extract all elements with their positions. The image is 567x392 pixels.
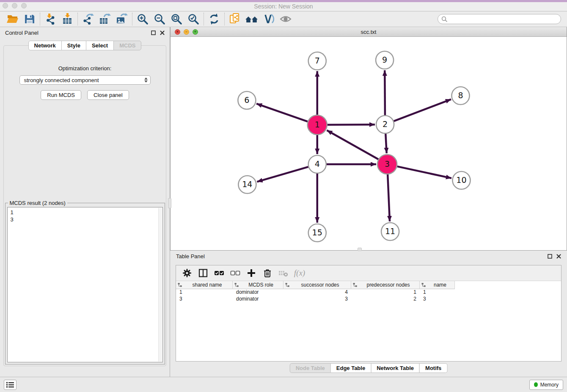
- tab-style[interactable]: Style: [61, 41, 86, 50]
- vizmapper-button[interactable]: [260, 12, 277, 26]
- column-header-MCDS-role[interactable]: MCDS role: [233, 281, 284, 289]
- table-cell[interactable]: 1: [420, 289, 455, 296]
- table-row[interactable]: 3dominator323: [176, 296, 561, 303]
- edge-1-2[interactable]: [328, 124, 375, 125]
- network-view-window: × − + scc.txt 7968124314101511: [170, 27, 567, 251]
- node-2[interactable]: 2: [376, 116, 394, 133]
- node-9[interactable]: 9: [376, 51, 394, 69]
- column-view-button[interactable]: [197, 267, 209, 279]
- tab-node-table[interactable]: Node Table: [290, 363, 331, 373]
- table-cell[interactable]: 3: [420, 296, 455, 303]
- edge-3-1[interactable]: [327, 130, 378, 159]
- search-box[interactable]: [438, 14, 561, 24]
- delete-column-button[interactable]: [261, 267, 273, 279]
- node-6[interactable]: 6: [238, 91, 256, 109]
- column-header-successor-nodes[interactable]: successor nodes: [284, 281, 351, 289]
- table-cell[interactable]: 1: [176, 289, 233, 296]
- network-from-selection-button[interactable]: [226, 12, 243, 26]
- log-console-button[interactable]: [4, 380, 17, 390]
- column-header-name[interactable]: name: [420, 281, 455, 289]
- function-builder-button[interactable]: f(x): [294, 267, 306, 279]
- node-3[interactable]: 3: [377, 155, 397, 174]
- table-cell[interactable]: 2: [351, 296, 420, 303]
- show-hide-button[interactable]: [277, 12, 294, 26]
- list-icon: [6, 382, 14, 388]
- table-cell[interactable]: dominator: [233, 289, 284, 296]
- edge-1-6[interactable]: [256, 104, 308, 121]
- node-11[interactable]: 11: [381, 223, 399, 240]
- export-table-button[interactable]: [96, 12, 113, 26]
- tab-network[interactable]: Network: [28, 41, 62, 50]
- svg-text:9: 9: [382, 55, 387, 65]
- zoom-selected-button[interactable]: [185, 12, 202, 26]
- float-panel-icon[interactable]: [548, 254, 552, 259]
- node-4[interactable]: 4: [308, 155, 326, 173]
- open-session-icon: [6, 13, 19, 25]
- network-window-titlebar[interactable]: × − + scc.txt: [171, 27, 567, 37]
- node-1[interactable]: 1: [308, 115, 327, 135]
- import-table-button[interactable]: [59, 12, 76, 26]
- node-8[interactable]: 8: [451, 87, 469, 105]
- search-input[interactable]: [450, 16, 557, 22]
- zoom-out-button[interactable]: [151, 12, 168, 26]
- node-14[interactable]: 14: [238, 176, 256, 193]
- import-network-button[interactable]: [42, 12, 59, 26]
- open-session-button[interactable]: [4, 12, 21, 26]
- delete-table-button[interactable]: [278, 267, 289, 279]
- close-panel-icon[interactable]: [556, 254, 561, 259]
- tab-select[interactable]: Select: [86, 41, 114, 50]
- network-maximize-button[interactable]: +: [193, 29, 198, 35]
- memory-button[interactable]: Memory: [529, 380, 563, 390]
- close-panel-icon[interactable]: [160, 30, 165, 35]
- column-header-predecessor-nodes[interactable]: predecessor nodes: [351, 281, 420, 289]
- column-header-shared-name[interactable]: shared name: [176, 281, 233, 289]
- network-canvas[interactable]: 7968124314101511: [171, 37, 567, 250]
- table-cell[interactable]: 4: [284, 289, 351, 296]
- select-all-button[interactable]: [213, 267, 225, 279]
- table-cell[interactable]: 1: [351, 289, 420, 296]
- add-column-button[interactable]: [245, 267, 257, 279]
- settings-gear-button[interactable]: [181, 267, 193, 279]
- tab-network-table[interactable]: Network Table: [371, 363, 420, 373]
- vertical-split-handle[interactable]: [168, 198, 171, 208]
- toolbar-separator: [77, 13, 78, 25]
- refresh-button[interactable]: [206, 12, 223, 26]
- table-cell[interactable]: dominator: [233, 296, 284, 303]
- zoom-fit-button[interactable]: [168, 12, 185, 26]
- zoom-in-button[interactable]: [134, 12, 151, 26]
- edge-2-8[interactable]: [394, 99, 451, 121]
- toolbar-separator: [132, 13, 132, 25]
- tab-motifs[interactable]: Motifs: [419, 363, 447, 373]
- export-network-button[interactable]: [80, 12, 96, 26]
- tab-mcds[interactable]: MCDS: [113, 41, 141, 50]
- node-10[interactable]: 10: [452, 171, 470, 189]
- edge-3-11[interactable]: [388, 174, 390, 221]
- sort-tree-icon: [178, 283, 182, 287]
- tab-edge-table[interactable]: Edge Table: [330, 363, 371, 373]
- run-mcds-button[interactable]: Run MCDS: [41, 90, 81, 100]
- edge-4-14[interactable]: [257, 167, 308, 182]
- node-15[interactable]: 15: [308, 224, 326, 242]
- horizontal-split-handle[interactable]: [358, 248, 362, 251]
- first-neighbors-button[interactable]: [243, 12, 260, 26]
- app-titlebar: Session: New Session: [0, 0, 567, 11]
- network-minimize-button[interactable]: −: [184, 29, 189, 35]
- deselect-all-button[interactable]: [229, 267, 241, 279]
- table-cell[interactable]: 3: [176, 296, 233, 303]
- edge-2-3[interactable]: [385, 134, 386, 153]
- result-scrollbar[interactable]: [158, 208, 162, 362]
- mcds-result-list[interactable]: 1 3: [7, 207, 163, 362]
- save-session-button[interactable]: [21, 12, 38, 26]
- table-cell[interactable]: 3: [284, 296, 351, 303]
- edge-2-9[interactable]: [385, 70, 385, 115]
- sort-tree-icon: [421, 283, 426, 287]
- table-row[interactable]: 1dominator411: [176, 289, 561, 296]
- float-panel-icon[interactable]: [151, 30, 156, 35]
- optimization-criterion-select[interactable]: strongly connected component: [19, 75, 151, 85]
- network-close-button[interactable]: ×: [175, 29, 180, 35]
- export-image-button[interactable]: [113, 12, 130, 26]
- node-7[interactable]: 7: [308, 52, 326, 70]
- show-hide-icon: [279, 13, 292, 25]
- close-panel-button[interactable]: Close panel: [87, 90, 129, 100]
- edge-3-10[interactable]: [397, 166, 451, 178]
